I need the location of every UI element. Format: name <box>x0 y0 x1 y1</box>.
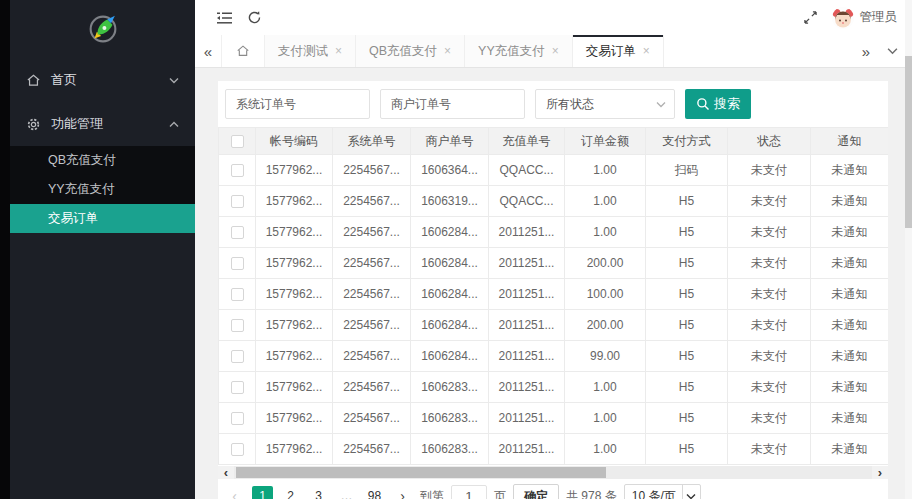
tab-label: 交易订单 <box>586 43 636 60</box>
row-checkbox[interactable] <box>231 164 244 177</box>
scroll-right-arrow[interactable]: › <box>872 466 888 479</box>
amount-cell: 1.00 <box>565 217 646 248</box>
total-count-label: 共 978 条 <box>566 488 617 499</box>
amount-cell: 99.00 <box>565 341 646 372</box>
pay-type-cell: H5 <box>646 186 728 217</box>
account-cell: 1577962... <box>256 372 333 403</box>
user-name[interactable]: 管理员 <box>860 9 898 26</box>
recharge-no-cell: 2011251... <box>489 217 565 248</box>
close-icon[interactable]: × <box>643 44 650 58</box>
goto-page-input[interactable] <box>451 485 487 499</box>
page-unit-label: 页 <box>494 488 506 499</box>
notify-cell: 未通知 <box>811 341 889 372</box>
account-cell: 1577962... <box>256 310 333 341</box>
tab-2[interactable]: QB充值支付 × <box>356 35 465 67</box>
close-icon[interactable]: × <box>335 44 342 58</box>
rocket-logo-icon <box>84 10 122 48</box>
close-icon[interactable]: × <box>552 44 559 58</box>
fullscreen-button[interactable] <box>796 3 826 33</box>
tab-3[interactable]: YY充值支付 × <box>465 35 573 67</box>
main-area: 管理员 « 支付测试 × QB充值支付 × <box>195 0 905 499</box>
pay-type-cell: H5 <box>646 217 728 248</box>
row-checkbox[interactable] <box>231 226 244 239</box>
search-button[interactable]: 搜索 <box>685 89 751 119</box>
page-button-2[interactable]: 2 <box>280 486 301 499</box>
chevron-up-icon <box>169 121 179 128</box>
row-checkbox[interactable] <box>231 288 244 301</box>
system-no-cell: 2254567... <box>333 248 411 279</box>
amount-cell: 200.00 <box>565 310 646 341</box>
select-all-checkbox[interactable] <box>231 135 244 148</box>
search-bar: 所有状态 搜索 <box>218 81 888 127</box>
home-icon <box>236 44 250 58</box>
row-select-cell <box>219 217 256 248</box>
row-checkbox[interactable] <box>231 350 244 363</box>
status-cell: 未支付 <box>728 279 811 310</box>
refresh-button[interactable] <box>239 3 269 33</box>
sidebar-item-yy-recharge[interactable]: YY充值支付 <box>10 175 195 204</box>
sidebar-item-trade-orders[interactable]: 交易订单 <box>10 204 195 233</box>
status-cell: 未支付 <box>728 310 811 341</box>
tab-menu-button[interactable] <box>879 47 905 55</box>
horizontal-scroll-track[interactable] <box>234 466 872 479</box>
table-row: 1577962...2254567...1606283...2011251...… <box>219 434 889 465</box>
chevron-down-icon <box>682 485 700 499</box>
merchant-order-input[interactable] <box>380 89 525 119</box>
recharge-no-cell: 2011251... <box>489 403 565 434</box>
system-no-cell: 2254567... <box>333 217 411 248</box>
pay-type-cell: H5 <box>646 434 728 465</box>
system-no-cell: 2254567... <box>333 403 411 434</box>
vertical-scrollbar[interactable] <box>905 0 912 499</box>
row-checkbox[interactable] <box>231 381 244 394</box>
row-select-cell <box>219 279 256 310</box>
sidebar-item-home[interactable]: 首页 <box>10 58 195 102</box>
sidebar-item-function-mgmt[interactable]: 功能管理 <box>10 102 195 146</box>
row-checkbox[interactable] <box>231 319 244 332</box>
prev-page-button[interactable]: ‹ <box>224 486 245 499</box>
tab-home[interactable] <box>221 35 265 67</box>
merchant-no-cell: 1606284... <box>411 217 489 248</box>
tab-1[interactable]: 支付测试 × <box>265 35 356 67</box>
page-button-3[interactable]: 3 <box>308 486 329 499</box>
app-window: 首页 功能管理 QB充值支付 YY充值支付 交易订单 <box>0 0 912 499</box>
row-select-cell <box>219 434 256 465</box>
gear-icon <box>26 117 41 132</box>
notify-cell: 未通知 <box>811 248 889 279</box>
system-order-input[interactable] <box>225 89 370 119</box>
tabs-scroll-left-button[interactable]: « <box>195 35 221 67</box>
merchant-no-cell: 1606284... <box>411 279 489 310</box>
close-icon[interactable]: × <box>444 44 451 58</box>
recharge-no-cell: 2011251... <box>489 279 565 310</box>
collapse-sidebar-button[interactable] <box>209 3 239 33</box>
tabs-scroll-right-button[interactable]: » <box>853 43 879 60</box>
tabbar-right-controls: » <box>853 35 905 67</box>
confirm-button[interactable]: 确定 <box>513 484 559 499</box>
table-row: 1577962...2254567...1606283...2011251...… <box>219 372 889 403</box>
row-checkbox[interactable] <box>231 443 244 456</box>
page-button-1[interactable]: 1 <box>252 486 273 499</box>
horizontal-scroll-thumb[interactable] <box>236 467 606 478</box>
page-ellipsis: … <box>336 486 357 499</box>
page-size-select[interactable]: 10 条/页 <box>624 484 701 499</box>
user-avatar[interactable] <box>832 7 854 29</box>
page-button-98[interactable]: 98 <box>364 486 385 499</box>
row-checkbox[interactable] <box>231 195 244 208</box>
search-icon <box>696 97 710 111</box>
vertical-scroll-thumb[interactable] <box>905 56 912 228</box>
sidebar-item-qb-recharge[interactable]: QB充值支付 <box>10 146 195 175</box>
scroll-left-arrow[interactable]: ‹ <box>218 466 234 479</box>
sidebar-submenu: QB充值支付 YY充值支付 交易订单 <box>10 146 195 233</box>
amount-cell: 1.00 <box>565 155 646 186</box>
status-cell: 未支付 <box>728 403 811 434</box>
column-header: 充值单号 <box>489 128 565 155</box>
system-no-cell: 2254567... <box>333 372 411 403</box>
tab-4[interactable]: 交易订单 × <box>573 35 664 67</box>
table-row: 1577962...2254567...1606284...2011251...… <box>219 310 889 341</box>
row-checkbox[interactable] <box>231 257 244 270</box>
merchant-no-cell: 1606283... <box>411 372 489 403</box>
pay-type-cell: H5 <box>646 310 728 341</box>
app-logo <box>10 0 195 58</box>
next-page-button[interactable]: › <box>392 486 413 499</box>
row-checkbox[interactable] <box>231 412 244 425</box>
status-select[interactable]: 所有状态 <box>535 89 675 119</box>
